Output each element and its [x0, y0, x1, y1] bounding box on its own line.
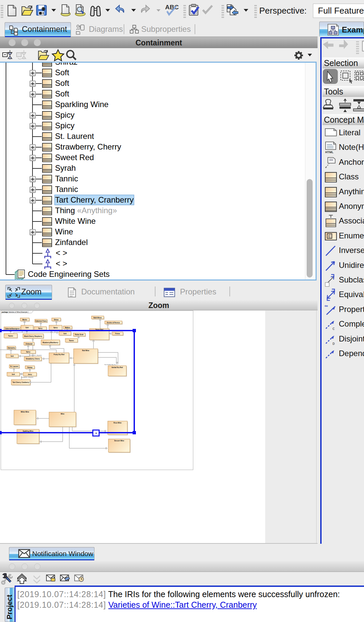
svg-text:ABC: ABC	[165, 4, 179, 11]
svg-text:{complete, disjoint}: {complete, disjoint}	[21, 376, 33, 378]
svg-text:St. Laurent: St. Laurent	[10, 366, 19, 367]
svg-text:package Varieties of Wine[ Exa: package Varieties of Wine[ Example ]	[2, 311, 28, 313]
svg-text:Occhio di Pernice: Occhio di Pernice	[107, 322, 120, 324]
svg-text:has herbal dry mu, 1..*: has herbal dry mu, 1..*	[104, 364, 119, 365]
svg-text:Spicy: Spicy	[26, 351, 30, 353]
svg-text:Soft: Soft	[12, 374, 15, 375]
svg-text:Dessert Wine: Dessert Wine	[114, 440, 124, 442]
svg-text:CabernetSauvignon: CabernetSauvignon	[5, 328, 20, 330]
svg-text:Rose Wine: Rose Wine	[114, 422, 122, 424]
svg-text:Wine: Wine	[61, 413, 65, 415]
svg-text:Strawberry, Cherry: Strawberry, Cherry	[26, 358, 40, 360]
svg-text:Bulk Wines: Bulk Wines	[93, 317, 102, 319]
svg-text:Gamay: Gamay	[27, 367, 32, 368]
svg-text:Red Wine: Red Wine	[82, 350, 90, 351]
svg-text:Tannic: Tannic	[8, 335, 13, 337]
svg-text:Tart Cherry, Cranberry: Tart Cherry, Cranberry	[13, 382, 29, 383]
svg-text:Fruity Dry Red: Fruity Dry Red	[54, 354, 64, 355]
svg-text:Tannic: Tannic	[69, 340, 74, 342]
svg-text:Malbec: Malbec	[65, 327, 70, 329]
svg-text:E: E	[328, 234, 331, 239]
svg-text:Spicy: Spicy	[53, 327, 58, 329]
svg-text:HTML: HTML	[325, 151, 334, 154]
svg-text:Spakling Wine: Spakling Wine	[23, 430, 33, 432]
svg-text:∞: ∞	[325, 303, 328, 308]
svg-text:Soft: Soft	[63, 333, 67, 335]
svg-text:Cabernet Franc: Cabernet Franc	[35, 320, 47, 322]
svg-text:Juicy: Juicy	[28, 374, 32, 375]
svg-text:Soft: Soft	[26, 327, 29, 329]
svg-text:Shiraz: Shiraz	[54, 319, 59, 321]
svg-text:Merlot: Merlot	[22, 319, 27, 321]
svg-text:Garnacha: Garnacha	[8, 347, 15, 349]
svg-text:C: C	[333, 327, 335, 331]
svg-text:Black Cherry, Raspberry: Black Cherry, Raspberry	[24, 336, 42, 337]
svg-text:{complete, disjoint}: {complete, disjoint}	[30, 354, 42, 356]
svg-text:D: D	[333, 342, 335, 346]
svg-text:Blueberry,Blackberry: Blueberry,Blackberry	[42, 342, 58, 343]
svg-text:Herbal Dry Red: Herbal Dry Red	[112, 367, 123, 368]
svg-text:Freisa: Freisa	[115, 333, 120, 335]
svg-text:Zinfandel: Zinfandel	[26, 343, 32, 345]
svg-text:Petite Sirah: Petite Sirah	[75, 334, 84, 336]
svg-text:Spicy: Spicy	[38, 328, 42, 329]
svg-text:Soft: Soft	[11, 355, 14, 357]
svg-text:White Wine: White Wine	[21, 411, 29, 413]
